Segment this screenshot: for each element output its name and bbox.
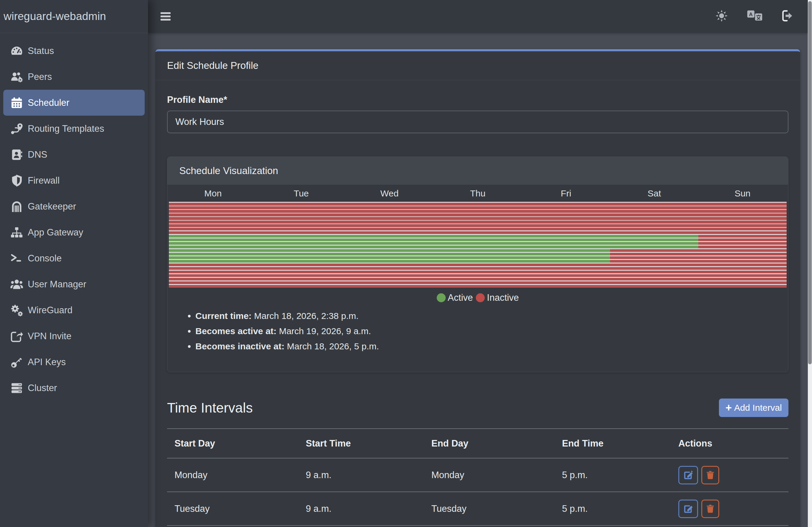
inactive-dot-icon xyxy=(476,293,485,302)
profile-name-input[interactable] xyxy=(167,110,788,133)
current-time-item: Current time: March 18, 2026, 2:38 p.m. xyxy=(195,311,788,321)
delete-interval-button[interactable] xyxy=(701,500,719,518)
table-row: Wednesday 9 a.m. Wednesday 5 p.m. xyxy=(167,526,788,527)
day-label: Tue xyxy=(257,189,346,198)
time-intervals-heading: Time Intervals xyxy=(167,400,253,416)
heatmap-hour-row xyxy=(169,246,787,249)
sidebar-item-label: WireGuard xyxy=(28,305,72,316)
calendar-icon xyxy=(10,96,24,110)
logout-icon[interactable] xyxy=(781,9,795,24)
day-label: Mon xyxy=(169,189,257,198)
sidebar-item-firewall[interactable]: Firewall xyxy=(3,167,145,194)
heatmap-hour-row xyxy=(169,242,787,245)
intervals-table: Start Day Start Time End Day End Time Ac… xyxy=(167,428,788,527)
heatmap-hour-row xyxy=(169,281,787,284)
sidebar-item-dns[interactable]: DNS xyxy=(3,141,145,167)
edit-schedule-profile-card: Edit Schedule Profile Profile Name* Sche… xyxy=(156,49,800,527)
col-end-time: End Time xyxy=(554,438,671,449)
edit-interval-button[interactable] xyxy=(678,466,698,484)
topbar-actions: A xyxy=(715,9,808,24)
heatmap-hour-row xyxy=(169,285,787,288)
sitemap-icon xyxy=(10,226,24,239)
sidebar-item-label: Scheduler xyxy=(28,97,70,108)
card-title: Edit Schedule Profile xyxy=(156,51,800,80)
sidebar-item-gatekeeper[interactable]: Gatekeeper xyxy=(3,194,145,220)
users-icon xyxy=(10,277,24,291)
day-label: Sun xyxy=(698,189,787,198)
sidebar: wireguard-webadmin Status Peers Schedule… xyxy=(0,0,148,527)
sidebar-item-label: Console xyxy=(28,253,62,264)
language-translate-icon[interactable]: A xyxy=(747,10,763,23)
sidebar-item-label: DNS xyxy=(28,149,47,160)
heatmap-hour-row xyxy=(169,206,787,209)
sidebar-item-vpn-invite[interactable]: VPN Invite xyxy=(3,323,145,349)
page-scrollbar xyxy=(808,0,812,527)
terminal-icon xyxy=(10,252,24,265)
sidebar-item-label: API Keys xyxy=(28,357,66,367)
heatmap-hour-row xyxy=(169,253,787,256)
col-start-time: Start Time xyxy=(298,438,424,449)
table-row: Tuesday 9 a.m. Tuesday 5 p.m. xyxy=(167,492,788,526)
sidebar-item-app-gateway[interactable]: App Gateway xyxy=(3,220,145,245)
sidebar-item-status[interactable]: Status xyxy=(3,38,145,64)
table-row: Monday 9 a.m. Monday 5 p.m. xyxy=(167,458,788,492)
day-labels-row: Mon Tue Wed Thu Fri Sat Sun xyxy=(169,185,787,202)
heatmap-hour-row xyxy=(169,228,787,231)
sidebar-item-label: Peers xyxy=(28,72,52,82)
heatmap-hour-row xyxy=(169,267,787,270)
schedule-heatmap xyxy=(169,202,787,288)
day-label: Fri xyxy=(522,189,610,198)
scrollbar-thumb[interactable] xyxy=(808,1,812,364)
theme-toggle-sun-icon[interactable] xyxy=(715,9,728,24)
sidebar-item-label: Routing Templates xyxy=(28,123,104,134)
day-label: Wed xyxy=(346,189,434,198)
edit-interval-button[interactable] xyxy=(678,500,698,518)
sidebar-item-label: VPN Invite xyxy=(28,331,71,342)
sidebar-item-peers[interactable]: Peers xyxy=(3,64,145,90)
users-gear-icon xyxy=(10,70,24,84)
delete-interval-button[interactable] xyxy=(701,466,719,484)
sidebar-item-user-manager[interactable]: User Manager xyxy=(3,271,145,297)
arch-icon xyxy=(10,200,24,213)
active-dot-icon xyxy=(437,293,446,302)
schedule-visualization-title: Schedule Visualization xyxy=(168,157,788,185)
sidebar-item-label: Status xyxy=(28,46,54,56)
hamburger-menu-button[interactable] xyxy=(160,12,171,20)
svg-text:A: A xyxy=(749,12,753,17)
heatmap-hour-row xyxy=(169,235,787,238)
app-title: wireguard-webadmin xyxy=(0,0,148,33)
main-content: Edit Schedule Profile Profile Name* Sche… xyxy=(148,33,808,527)
address-book-icon xyxy=(10,148,24,162)
schedule-info-list: Current time: March 18, 2026, 2:38 p.m. … xyxy=(168,311,788,372)
heatmap-hour-row xyxy=(169,231,787,234)
sidebar-item-cluster[interactable]: Cluster xyxy=(3,375,145,401)
server-stack-icon xyxy=(10,381,24,395)
day-label: Thu xyxy=(434,189,522,198)
sidebar-item-label: Firewall xyxy=(28,175,60,186)
heatmap-hour-row xyxy=(169,264,787,267)
heatmap-hour-row xyxy=(169,221,787,224)
becomes-active-item: Becomes active at: March 19, 2026, 9 a.m… xyxy=(195,326,788,336)
sidebar-item-label: Gatekeeper xyxy=(28,201,76,212)
shield-icon xyxy=(10,174,24,187)
table-header-row: Start Day Start Time End Day End Time Ac… xyxy=(167,429,788,458)
heatmap-hour-row xyxy=(169,249,787,252)
plus-icon: + xyxy=(725,402,732,413)
heatmap-hour-row xyxy=(169,256,787,259)
sidebar-item-scheduler[interactable]: Scheduler xyxy=(3,90,145,116)
sidebar-item-routing-templates[interactable]: Routing Templates xyxy=(3,116,145,141)
legend-inactive: Inactive xyxy=(476,292,519,303)
heatmap-hour-row xyxy=(169,271,787,274)
sidebar-item-api-keys[interactable]: API Keys xyxy=(3,349,145,375)
heatmap-hour-row xyxy=(169,203,787,206)
add-interval-button[interactable]: + Add Interval xyxy=(719,398,788,417)
heatmap-hour-row xyxy=(169,260,787,263)
sidebar-item-label: Cluster xyxy=(28,383,57,393)
legend-active: Active xyxy=(437,292,473,303)
day-label: Sat xyxy=(610,189,698,198)
schedule-legend: Active Inactive xyxy=(168,292,788,303)
profile-name-label: Profile Name* xyxy=(167,94,788,105)
sidebar-item-wireguard[interactable]: WireGuard xyxy=(3,297,145,323)
sidebar-item-console[interactable]: Console xyxy=(3,245,145,271)
app-root: wireguard-webadmin Status Peers Schedule… xyxy=(0,0,812,527)
